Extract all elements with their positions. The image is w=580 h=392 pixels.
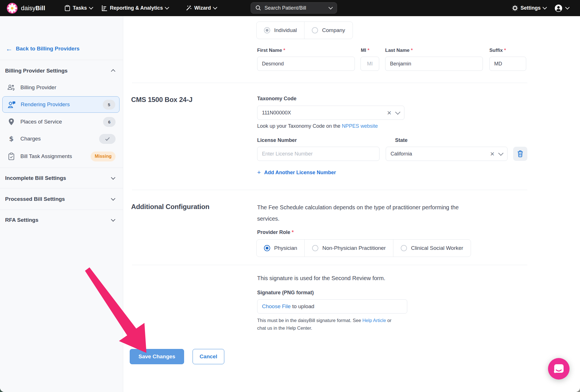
first-name-input[interactable]: Desmond bbox=[257, 57, 355, 71]
top-nav: daisyBill Tasks Reporting & Analytics bbox=[0, 0, 580, 16]
chevron-down-icon[interactable] bbox=[329, 5, 333, 9]
signature-helper-text: This must be in the daisyBill signature … bbox=[257, 317, 393, 332]
delete-license-button[interactable] bbox=[513, 147, 527, 161]
section-incomplete-bill-settings[interactable]: Incomplete Bill Settings bbox=[0, 172, 123, 185]
sidebar-item-places-of-service[interactable]: Places of Service 6 bbox=[2, 114, 120, 130]
nav-wizard-label: Wizard bbox=[194, 5, 211, 11]
divider bbox=[132, 190, 527, 190]
search-patient-bill[interactable]: Search Patient/Bill bbox=[251, 2, 337, 14]
divider bbox=[0, 60, 123, 60]
sidebar-item-billing-provider[interactable]: Billing Provider bbox=[2, 79, 120, 96]
divider bbox=[132, 265, 527, 265]
suffix-input[interactable]: MD bbox=[489, 57, 526, 71]
nav-tasks[interactable]: Tasks bbox=[65, 0, 93, 16]
complete-check-badge bbox=[99, 134, 116, 144]
section-billing-provider-settings[interactable]: Billing Provider Settings bbox=[0, 64, 123, 77]
back-to-billing-providers-link[interactable]: ← Back to Billing Providers bbox=[6, 45, 80, 52]
fee-schedule-text: The Fee Schedule calculation depends on … bbox=[257, 202, 471, 224]
non-physician-label: Non-Physician Practitioner bbox=[322, 245, 386, 251]
chevron-down-icon bbox=[111, 196, 116, 201]
first-name-value: Desmond bbox=[262, 61, 284, 67]
physician-label: Physician bbox=[274, 245, 297, 251]
taxonomy-help-text: Look up your Taxonomy Code on the NPPES … bbox=[257, 122, 378, 130]
section-label: Billing Provider Settings bbox=[5, 68, 68, 74]
radio-unselected-icon[interactable] bbox=[401, 245, 407, 251]
sidebar-item-label: Bill Task Assignments bbox=[20, 153, 72, 159]
sidebar-item-rendering-providers[interactable]: Rendering Providers 5 bbox=[2, 96, 120, 113]
license-number-label: License Number bbox=[257, 137, 297, 143]
mi-input[interactable]: MI bbox=[361, 57, 379, 71]
provider-role-label: Provider Role * bbox=[257, 229, 294, 235]
license-number-input[interactable]: Enter License Number bbox=[257, 147, 379, 161]
divider bbox=[0, 210, 123, 210]
entity-type-individual[interactable]: Individual bbox=[257, 22, 304, 39]
provider-role-clinical-social-worker[interactable]: Clinical Social Worker bbox=[393, 240, 470, 257]
brand-bill: Bill bbox=[35, 5, 45, 12]
signature-file-input[interactable]: Choose File to upload bbox=[257, 299, 407, 314]
provider-role-non-physician[interactable]: Non-Physician Practitioner bbox=[304, 240, 393, 257]
entity-type-segmented-control: Individual Company bbox=[256, 22, 353, 39]
required-asterisk: * bbox=[283, 48, 285, 53]
suffix-label: Suffix * bbox=[489, 48, 506, 53]
last-name-value: Benjamin bbox=[390, 61, 411, 67]
radio-unselected-icon[interactable] bbox=[312, 27, 318, 33]
nav-wizard[interactable]: Wizard bbox=[185, 0, 217, 16]
taxonomy-code-select[interactable]: 111N00000X × bbox=[257, 106, 404, 120]
nav-tasks-label: Tasks bbox=[73, 5, 87, 11]
entity-type-company[interactable]: Company bbox=[304, 22, 352, 39]
nav-settings-label: Settings bbox=[521, 5, 541, 11]
company-label: Company bbox=[322, 27, 345, 33]
state-select[interactable]: California × bbox=[386, 147, 508, 161]
help-chat-button[interactable] bbox=[548, 358, 570, 380]
chevron-up-icon bbox=[111, 69, 116, 74]
section-processed-bill-settings[interactable]: Processed Bill Settings bbox=[0, 193, 123, 206]
required-asterisk: * bbox=[368, 48, 370, 53]
chevron-down-icon[interactable] bbox=[498, 150, 503, 155]
chat-bubble-icon bbox=[548, 358, 570, 380]
sidebar-item-bill-task-assignments[interactable]: Bill Task Assignments Missing bbox=[2, 148, 120, 165]
help-article-link[interactable]: Help Article bbox=[362, 318, 386, 323]
required-asterisk: * bbox=[292, 229, 294, 235]
add-another-license-link[interactable]: + Add Another License Number bbox=[257, 169, 336, 176]
clear-x-icon[interactable]: × bbox=[490, 150, 494, 157]
check-icon bbox=[105, 137, 110, 141]
chevron-down-icon bbox=[543, 5, 547, 10]
provider-role-segmented-control: Physician Non-Physician Practitioner Cli… bbox=[256, 239, 471, 257]
radio-unselected-icon[interactable] bbox=[312, 245, 318, 251]
user-avatar-icon bbox=[555, 4, 562, 12]
map-pin-icon bbox=[7, 118, 15, 125]
count-badge: 5 bbox=[103, 100, 115, 110]
taxonomy-code-label: Taxonomy Code bbox=[257, 96, 297, 102]
sidebar-item-charges[interactable]: $ Charges bbox=[2, 131, 120, 147]
section-rfa-settings[interactable]: RFA Settings bbox=[0, 214, 123, 227]
section-label: RFA Settings bbox=[5, 217, 39, 223]
annotation-arrow-to-save-button bbox=[79, 261, 153, 357]
radio-selected-icon[interactable] bbox=[264, 27, 270, 33]
additional-configuration-heading: Additional Configuration bbox=[131, 203, 210, 211]
taxonomy-code-value: 111N00000X bbox=[262, 110, 291, 116]
individual-label: Individual bbox=[274, 27, 297, 33]
chevron-down-icon bbox=[111, 175, 116, 180]
to-upload-text: to upload bbox=[291, 303, 314, 310]
chevron-down-icon[interactable] bbox=[395, 109, 400, 114]
license-placeholder: Enter License Number bbox=[262, 151, 313, 157]
cancel-button[interactable]: Cancel bbox=[193, 349, 224, 364]
chevron-down-icon bbox=[89, 5, 93, 10]
nav-reporting-analytics[interactable]: Reporting & Analytics bbox=[101, 0, 169, 16]
user-account-menu[interactable] bbox=[555, 0, 569, 16]
last-name-input[interactable]: Benjamin bbox=[385, 57, 483, 71]
nav-settings[interactable]: Settings bbox=[512, 0, 546, 16]
nppes-website-link[interactable]: NPPES website bbox=[342, 123, 378, 129]
choose-file-link[interactable]: Choose File bbox=[262, 303, 291, 310]
clipboard-icon bbox=[65, 5, 70, 11]
state-label: State bbox=[395, 137, 408, 143]
radio-selected-icon[interactable] bbox=[264, 245, 270, 251]
clear-x-icon[interactable]: × bbox=[387, 109, 391, 116]
suffix-value: MD bbox=[494, 61, 502, 67]
provider-role-physician[interactable]: Physician bbox=[257, 240, 304, 257]
bar-chart-icon bbox=[101, 5, 107, 11]
brand-logo[interactable]: daisyBill bbox=[7, 0, 45, 16]
magic-wand-icon bbox=[185, 5, 192, 11]
search-icon bbox=[255, 5, 261, 11]
search-placeholder: Search Patient/Bill bbox=[265, 5, 306, 11]
